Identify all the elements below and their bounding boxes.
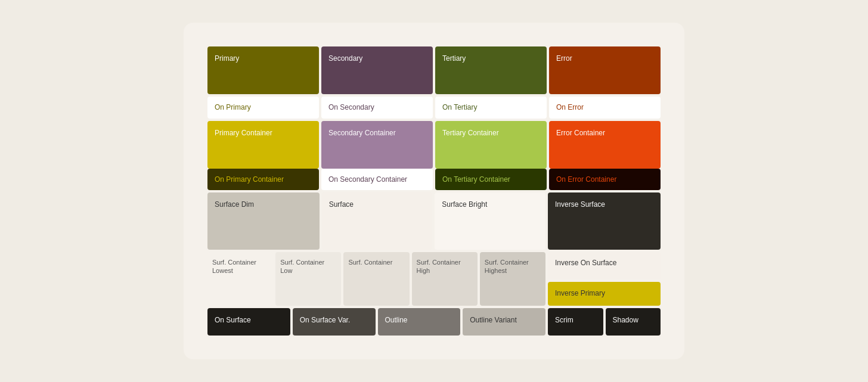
- on-tertiary: On Tertiary: [435, 97, 547, 119]
- surface-label: Surface: [329, 200, 354, 209]
- tertiary-label: Tertiary: [442, 54, 466, 63]
- surf-container-highest-label: Surf. Container Highest: [485, 259, 529, 274]
- outline: Outline: [378, 308, 461, 336]
- surface-bright-label: Surface Bright: [442, 200, 487, 209]
- inverse-on-surface: Inverse On Surface: [548, 252, 661, 279]
- surf-container-label: Surf. Container: [348, 259, 392, 266]
- inverse-primary: Inverse Primary: [548, 282, 661, 306]
- secondary-swatch: Secondary: [321, 46, 433, 94]
- surf-container-low-label: Surf. Container Low: [280, 259, 324, 274]
- primary-swatch: Primary: [207, 46, 319, 94]
- on-surface-var: On Surface Var.: [293, 308, 376, 336]
- primary-label: Primary: [215, 54, 239, 63]
- inverse-primary-label: Inverse Primary: [555, 289, 605, 299]
- surface-swatch: Surface: [322, 192, 433, 250]
- layout: Primary Secondary Tertiary Error On Prim…: [207, 46, 661, 336]
- color-palette-container: Primary Secondary Tertiary Error On Prim…: [184, 23, 684, 359]
- on-surface: On Surface: [207, 308, 290, 336]
- inverse-surface-swatch: Inverse Surface: [548, 192, 661, 250]
- on-tertiary-label: On Tertiary: [442, 103, 477, 111]
- surf-container-highest: Surf. Container Highest: [480, 252, 545, 306]
- on-tertiary-container: On Tertiary Container: [435, 169, 547, 191]
- on-error-label: On Error: [556, 103, 584, 111]
- error-swatch: Error: [549, 46, 661, 94]
- secondary-container-swatch: Secondary Container: [321, 121, 433, 169]
- primary-container-swatch: Primary Container: [207, 121, 319, 169]
- surf-container-high-label: Surf. Container High: [417, 259, 461, 274]
- on-surface-var-label: On Surface Var.: [300, 316, 351, 324]
- scrim: Scrim: [548, 308, 603, 336]
- on-tertiary-container-label: On Tertiary Container: [442, 175, 510, 184]
- surface-dim-swatch: Surface Dim: [207, 192, 320, 250]
- on-primary: On Primary: [207, 97, 319, 119]
- on-error-container: On Error Container: [549, 169, 661, 191]
- inverse-surface-label: Inverse Surface: [555, 200, 605, 209]
- outline-variant-label: Outline Variant: [470, 316, 517, 324]
- on-primary-container: On Primary Container: [207, 169, 319, 191]
- shadow: Shadow: [606, 308, 661, 336]
- on-secondary-container: On Secondary Container: [321, 169, 433, 191]
- surf-container: Surf. Container: [343, 252, 409, 306]
- outline-label: Outline: [385, 316, 408, 324]
- on-secondary: On Secondary: [321, 97, 433, 119]
- outline-variant: Outline Variant: [463, 308, 545, 336]
- error-container-swatch: Error Container: [549, 121, 661, 169]
- surf-container-lowest-label: Surf. Container Lowest: [212, 259, 256, 274]
- scrim-label: Scrim: [555, 316, 574, 324]
- on-secondary-label: On Secondary: [328, 103, 374, 111]
- primary-container-label: Primary Container: [215, 129, 272, 137]
- on-primary-container-label: On Primary Container: [215, 175, 284, 184]
- secondary-label: Secondary: [328, 54, 362, 63]
- tertiary-container-label: Tertiary Container: [442, 129, 499, 137]
- tertiary-swatch: Tertiary: [435, 46, 547, 94]
- inverse-on-surface-label: Inverse On Surface: [555, 259, 616, 267]
- error-container-label: Error Container: [556, 129, 605, 137]
- tertiary-container-swatch: Tertiary Container: [435, 121, 547, 169]
- on-surface-label: On Surface: [215, 316, 251, 324]
- error-label: Error: [556, 54, 572, 63]
- on-error: On Error: [549, 97, 661, 119]
- on-error-container-label: On Error Container: [556, 175, 616, 184]
- surf-container-lowest: Surf. Container Lowest: [207, 252, 273, 306]
- surface-dim-label: Surface Dim: [215, 200, 254, 209]
- surf-container-high: Surf. Container High: [412, 252, 478, 306]
- surf-container-low: Surf. Container Low: [275, 252, 341, 306]
- secondary-container-label: Secondary Container: [328, 129, 396, 137]
- on-secondary-container-label: On Secondary Container: [328, 175, 407, 184]
- on-primary-label: On Primary: [215, 103, 251, 111]
- surface-bright-swatch: Surface Bright: [435, 192, 545, 250]
- shadow-label: Shadow: [613, 316, 638, 324]
